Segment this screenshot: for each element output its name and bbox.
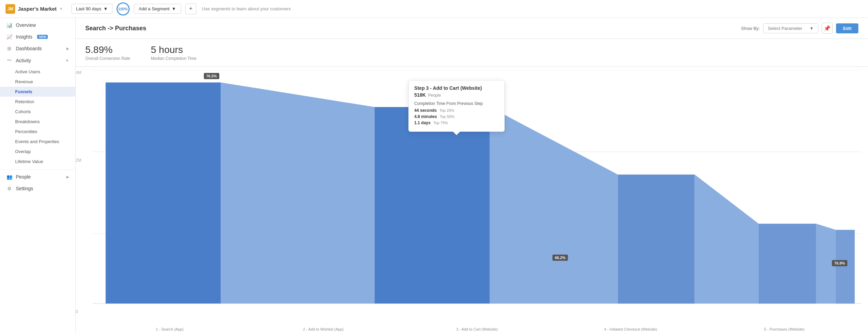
bar-label-2: 66.2%: [552, 255, 568, 261]
bar-2: [375, 107, 490, 303]
connector-2-3: [490, 107, 618, 303]
edit-label: Edit: [843, 26, 851, 31]
sidebar-divider: [0, 169, 75, 170]
chart-area: 4M 2M 0 76.5% 66.2% 76.9% 1 - Search (Ap…: [76, 67, 868, 333]
select-parameter-dropdown[interactable]: Select Parameter ▼: [763, 23, 818, 33]
segment-label: Add a Segment: [139, 6, 170, 11]
sidebar-section-main: 📊 Overview 📈 Insights NEW ⊞ Dashboards ▶…: [0, 18, 75, 168]
bar-label-1: 76.5%: [204, 73, 219, 79]
funnel-chart-svg: [93, 70, 861, 316]
x-label-5: 5 - Purchases (Website): [707, 327, 861, 331]
conversion-rate-label: Overall Conversion Rate: [85, 56, 130, 61]
y-label-2m: 2M: [76, 158, 81, 163]
pin-button[interactable]: 📌: [822, 23, 833, 34]
completion-time-label: Median Completion Time: [151, 56, 197, 61]
percent-value: 100%: [118, 7, 128, 11]
completion-time-stat: 5 hours Median Completion Time: [151, 44, 197, 61]
chevron-down-icon: ▼: [103, 6, 108, 11]
chevron-down-icon: ▼: [810, 26, 814, 31]
people-icon: 👥: [6, 174, 12, 180]
bar-label-3: 76.9%: [832, 260, 847, 266]
date-range-label: Last 90 days: [76, 6, 101, 11]
add-button[interactable]: +: [185, 3, 196, 14]
sidebar-sub-revenue[interactable]: Revenue: [0, 77, 75, 87]
add-segment-button[interactable]: Add a Segment ▼: [134, 4, 182, 14]
sidebar-item-settings[interactable]: ⚙ Settings: [0, 183, 75, 194]
bar-1: [106, 83, 221, 304]
settings-icon: ⚙: [6, 186, 12, 191]
edit-button[interactable]: Edit: [836, 23, 858, 33]
chevron-right-icon: ▶: [66, 46, 69, 51]
sidebar-activity-label: Activity: [16, 58, 31, 63]
bar-5: [836, 230, 855, 303]
sidebar-sub-cohorts[interactable]: Cohorts: [0, 107, 75, 117]
sidebar-item-activity[interactable]: 〜 Activity ▼: [0, 54, 75, 67]
brand-name: Jasper's Market: [18, 6, 57, 12]
sidebar-sub-funnels[interactable]: Funnels: [0, 87, 75, 97]
chevron-right-icon: ▶: [66, 175, 69, 179]
sidebar-overview-label: Overview: [16, 22, 36, 28]
sidebar-sub-breakdowns[interactable]: Breakdowns: [0, 117, 75, 127]
sidebar: 📊 Overview 📈 Insights NEW ⊞ Dashboards ▶…: [0, 18, 76, 333]
x-label-4: 4 - Initiated Checkout (Website): [554, 327, 707, 331]
main-content: Search -> Purchases Show By: Select Para…: [76, 18, 868, 333]
sidebar-people-label: People: [16, 174, 31, 180]
plus-icon: +: [189, 5, 193, 12]
sidebar-sub-retention[interactable]: Retention: [0, 97, 75, 107]
conversion-rate-stat: 5.89% Overall Conversion Rate: [85, 44, 130, 61]
funnel-title: Search -> Purchases: [85, 25, 146, 32]
brand: JM Jasper's Market ▼: [6, 4, 67, 14]
sidebar-insights-label: Insights: [16, 34, 32, 40]
funnel-header: Search -> Purchases Show By: Select Para…: [76, 18, 868, 39]
completion-time-value: 5 hours: [151, 44, 197, 55]
connector-1-2: [221, 83, 375, 304]
x-label-2: 2 - Add to Wishlist (App): [246, 327, 400, 331]
sidebar-sub-lifetime-value[interactable]: Lifetime Value: [0, 157, 75, 166]
y-label-0: 0: [76, 309, 78, 314]
select-parameter-label: Select Parameter: [768, 26, 802, 31]
sidebar-dashboards-label: Dashboards: [16, 46, 42, 51]
bar-4: [759, 224, 816, 303]
sidebar-sub-percentiles[interactable]: Percentiles: [0, 127, 75, 137]
insights-new-badge: NEW: [37, 35, 48, 39]
percent-circle[interactable]: 100%: [117, 2, 130, 15]
date-range-button[interactable]: Last 90 days ▼: [72, 4, 112, 14]
overview-icon: 📊: [6, 22, 12, 28]
nav-hint: Use segments to learn about your custome…: [202, 6, 291, 11]
sidebar-sub-events-properties[interactable]: Events and Properties: [0, 137, 75, 147]
dashboards-icon: ⊞: [6, 46, 12, 51]
insights-icon: 📈: [6, 34, 12, 40]
top-nav: JM Jasper's Market ▼ Last 90 days ▼ 100%…: [0, 0, 868, 18]
conversion-rate-value: 5.89%: [85, 44, 130, 55]
x-label-1: 1 - Search (App): [93, 327, 246, 331]
y-label-4m: 4M: [76, 70, 81, 75]
x-label-3: 3 - Add to Cart (Website): [400, 327, 554, 331]
sidebar-item-people[interactable]: 👥 People ▶: [0, 171, 75, 183]
layout: 📊 Overview 📈 Insights NEW ⊞ Dashboards ▶…: [0, 18, 868, 333]
stats-bar: 5.89% Overall Conversion Rate 5 hours Me…: [76, 39, 868, 67]
pin-icon: 📌: [824, 25, 831, 32]
connector-3-4: [695, 174, 759, 303]
sidebar-settings-label: Settings: [16, 186, 33, 191]
sidebar-item-dashboards[interactable]: ⊞ Dashboards ▶: [0, 43, 75, 54]
sidebar-sub-overlap[interactable]: Overlap: [0, 147, 75, 157]
chevron-down-icon: ▼: [65, 58, 69, 63]
sidebar-item-insights[interactable]: 📈 Insights NEW: [0, 31, 75, 43]
x-axis: 1 - Search (App) 2 - Add to Wishlist (Ap…: [93, 327, 861, 331]
bar-3: [618, 174, 695, 303]
show-by-label: Show By:: [741, 26, 760, 31]
funnel-controls: Show By: Select Parameter ▼ 📌 Edit: [741, 23, 858, 34]
sidebar-sub-active-users[interactable]: Active Users: [0, 67, 75, 77]
sidebar-item-overview[interactable]: 📊 Overview: [0, 19, 75, 31]
brand-logo: JM: [6, 4, 15, 14]
chevron-down-icon: ▼: [172, 6, 176, 11]
activity-icon: 〜: [6, 57, 12, 64]
